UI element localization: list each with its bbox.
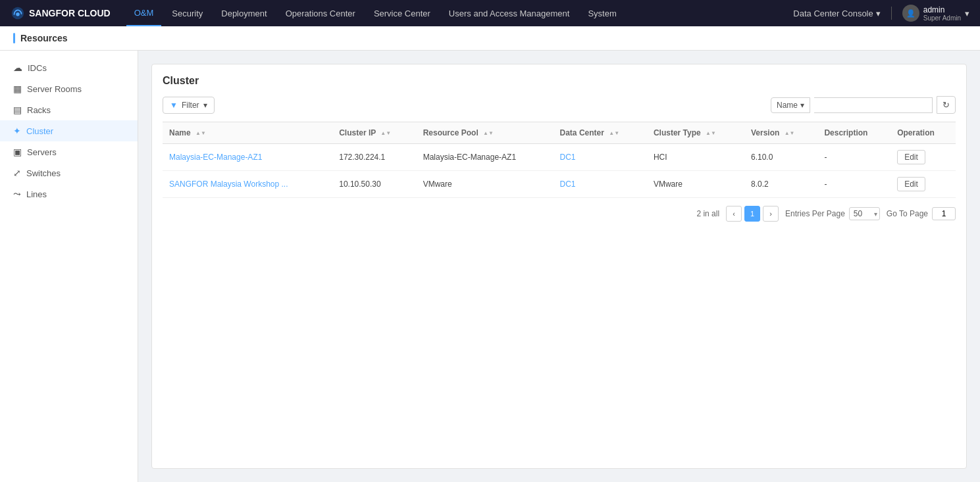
table-row: SANGFOR Malaysia Workshop ... 10.10.50.3…: [163, 171, 956, 198]
nav-item-security[interactable]: Security: [164, 0, 211, 26]
search-field-label: Name: [777, 101, 798, 110]
top-navigation: SANGFOR CLOUD O&M Security Deployment Op…: [0, 0, 980, 26]
cell-operation-0: Edit: [890, 144, 956, 171]
nav-item-operations-center[interactable]: Operations Center: [278, 0, 363, 26]
goto-label: Go To Page: [887, 209, 928, 218]
cluster-table: Name ▲▼ Cluster IP ▲▼ Resource Pool ▲▼: [163, 122, 956, 198]
data-center-console[interactable]: Data Center Console ▾: [793, 9, 880, 18]
version-sort-icon[interactable]: ▲▼: [785, 131, 795, 136]
nav-items: O&M Security Deployment Operations Cente…: [126, 0, 794, 26]
name-sort-icon[interactable]: ▲▼: [195, 131, 206, 136]
filter-button[interactable]: ▼ Filter ▾: [163, 97, 215, 114]
sidebar-item-label-switches: Switches: [26, 168, 61, 178]
sidebar-item-label-servers: Servers: [27, 147, 57, 157]
entries-per-page-label: Entries Per Page: [785, 209, 845, 218]
cell-cluster-ip-0: 172.30.224.1: [332, 144, 416, 171]
table-head: Name ▲▼ Cluster IP ▲▼ Resource Pool ▲▼: [163, 122, 956, 144]
sidebar: ☁ IDCs ▦ Server Rooms ▤ Racks ✦ Cluster …: [0, 51, 138, 482]
cluster-name-link-0[interactable]: Malaysia-EC-Manage-AZ1: [169, 153, 262, 162]
col-name-label: Name: [169, 128, 191, 137]
entries-per-page-select[interactable]: 50 100 200: [849, 207, 880, 220]
nav-right: Data Center Console ▾ 👤 admin Super Admi…: [793, 5, 969, 22]
cluster-ip-sort-icon[interactable]: ▲▼: [380, 131, 391, 136]
cluster-name-link-1[interactable]: SANGFOR Malaysia Workshop ...: [169, 180, 288, 189]
sidebar-item-servers[interactable]: ▣ Servers: [0, 141, 138, 162]
resources-label: Resources: [20, 33, 68, 43]
data-center-link-0[interactable]: DC1: [560, 153, 576, 162]
lines-icon: ⤳: [13, 189, 21, 199]
prev-page-button[interactable]: ‹: [726, 206, 742, 222]
col-operation: Operation: [890, 122, 956, 144]
entries-select-wrap: 50 100 200: [849, 207, 880, 220]
col-description-label: Description: [824, 128, 867, 137]
data-center-sort-icon[interactable]: ▲▼: [609, 131, 619, 136]
sidebar-item-racks[interactable]: ▤ Racks: [0, 99, 138, 120]
pagination-total: 2 in all: [696, 209, 719, 218]
col-operation-label: Operation: [897, 128, 935, 137]
resource-pool-sort-icon[interactable]: ▲▼: [483, 131, 494, 136]
cloud-icon: ☁: [13, 62, 22, 73]
filter-icon: ▼: [170, 101, 178, 110]
content-area: ☁ IDCs ▦ Server Rooms ▤ Racks ✦ Cluster …: [0, 51, 980, 482]
cell-cluster-type-1: VMware: [647, 171, 744, 198]
col-cluster-ip-label: Cluster IP: [339, 128, 376, 137]
cell-cluster-ip-1: 10.10.50.30: [332, 171, 416, 198]
brand-name: SANGFOR CLOUD: [29, 8, 111, 18]
switches-icon: ⤢: [13, 168, 21, 178]
search-input-box: [814, 97, 933, 113]
entries-per-page: Entries Per Page 50 100 200: [785, 207, 880, 220]
sidebar-item-cluster[interactable]: ✦ Cluster: [0, 120, 138, 141]
cluster-icon: ✦: [13, 126, 21, 136]
console-label: Data Center Console: [793, 9, 873, 18]
brand-logo[interactable]: SANGFOR CLOUD: [11, 6, 111, 20]
table-header-row: Name ▲▼ Cluster IP ▲▼ Resource Pool ▲▼: [163, 122, 956, 144]
toolbar: ▼ Filter ▾ Name ▾ ↻: [163, 96, 956, 114]
cell-description-1: -: [817, 171, 890, 198]
data-center-link-1[interactable]: DC1: [560, 180, 576, 189]
edit-button-0[interactable]: Edit: [897, 150, 925, 164]
cell-version-1: 8.0.2: [744, 171, 817, 198]
search-field-chevron-icon: ▾: [800, 101, 804, 110]
user-role: Super Admin: [923, 14, 961, 22]
goto-page-input[interactable]: [932, 207, 956, 220]
cell-description-0: -: [817, 144, 890, 171]
user-chevron-icon: ▾: [965, 9, 969, 18]
col-resource-pool: Resource Pool ▲▼: [417, 122, 554, 144]
cell-version-0: 6.10.0: [744, 144, 817, 171]
next-page-button[interactable]: ›: [763, 206, 779, 222]
sidebar-item-server-rooms[interactable]: ▦ Server Rooms: [0, 78, 138, 99]
col-version-label: Version: [751, 128, 779, 137]
user-menu[interactable]: 👤 admin Super Admin ▾: [902, 5, 969, 22]
col-version: Version ▲▼: [744, 122, 817, 144]
search-field-select[interactable]: Name ▾: [771, 97, 810, 113]
nav-item-service-center[interactable]: Service Center: [366, 0, 438, 26]
nav-item-system[interactable]: System: [580, 0, 624, 26]
cluster-type-sort-icon[interactable]: ▲▼: [706, 131, 716, 136]
sidebar-item-switches[interactable]: ⤢ Switches: [0, 162, 138, 183]
cell-name-0: Malaysia-EC-Manage-AZ1: [163, 144, 332, 171]
col-resource-pool-label: Resource Pool: [423, 128, 478, 137]
nav-item-users-access[interactable]: Users and Access Management: [441, 0, 578, 26]
cell-resource-pool-0: Malaysia-EC-Manage-AZ1: [417, 144, 554, 171]
refresh-button[interactable]: ↻: [937, 96, 956, 114]
refresh-icon: ↻: [942, 100, 950, 110]
user-name: admin: [923, 5, 961, 14]
col-cluster-type: Cluster Type ▲▼: [647, 122, 744, 144]
col-cluster-type-label: Cluster Type: [654, 128, 701, 137]
cell-name-1: SANGFOR Malaysia Workshop ...: [163, 171, 332, 198]
pagination-bar: 2 in all ‹ 1 › Entries Per Page 50 100 2…: [163, 198, 956, 222]
col-name: Name ▲▼: [163, 122, 332, 144]
sidebar-item-label-idcs: IDCs: [28, 63, 47, 73]
goto-page: Go To Page: [887, 207, 956, 220]
edit-button-1[interactable]: Edit: [897, 177, 925, 191]
search-input[interactable]: [819, 101, 927, 110]
sidebar-item-lines[interactable]: ⤳ Lines: [0, 183, 138, 205]
page-1-button[interactable]: 1: [744, 206, 760, 222]
sidebar-item-label-cluster: Cluster: [26, 126, 53, 136]
sidebar-item-idcs[interactable]: ☁ IDCs: [0, 57, 138, 78]
nav-divider: [891, 7, 892, 20]
sidebar-item-label-server-rooms: Server Rooms: [27, 84, 82, 94]
racks-icon: ▤: [13, 105, 22, 115]
nav-item-deployment[interactable]: Deployment: [213, 0, 274, 26]
nav-item-om[interactable]: O&M: [126, 0, 162, 26]
